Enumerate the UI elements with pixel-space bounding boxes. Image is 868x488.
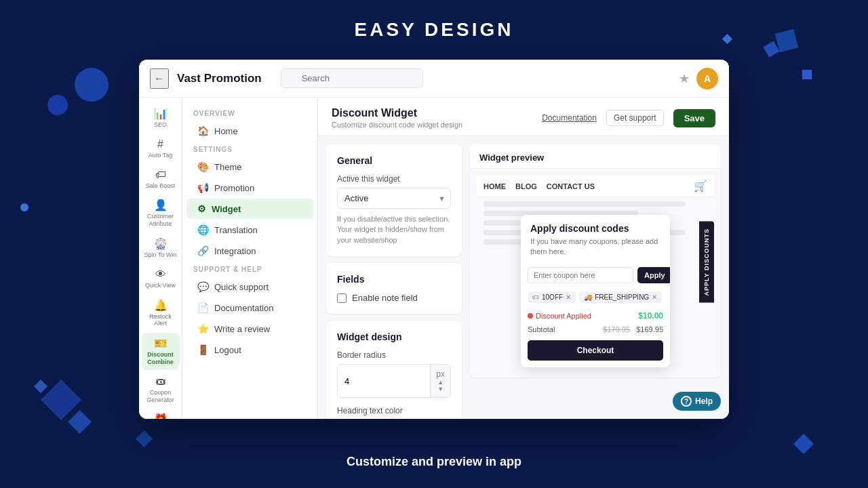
sidebar-item-widget[interactable]: ⚙ Widget [186, 199, 313, 219]
gem-decoration [136, 430, 153, 447]
save-button[interactable]: Save [673, 109, 715, 127]
nav-contact: CONTACT US [547, 182, 595, 190]
sidebar-icon-quick-view[interactable]: 👁 Quick View [142, 264, 180, 293]
coupon-generator-label: Coupon Generator [144, 389, 177, 404]
topbar-right: ★ A [679, 68, 718, 89]
topbar: ← Vast Promotion 🔍 ★ A [139, 60, 729, 98]
auto-tag-label: Auto Tag [149, 152, 172, 159]
browser-nav-links: HOME BLOG CONTACT US [484, 182, 595, 190]
get-support-button[interactable]: Get support [606, 110, 664, 126]
gem-decoration [34, 380, 47, 393]
heading-color-label: Heading text color [337, 406, 451, 415]
cart-icon[interactable]: 🛒 [694, 180, 707, 192]
enable-note-field-label: Enable note field [352, 293, 418, 303]
coupon-tags: 🏷 10OFF ✕ 🚚 FREE_SHIPPING ✕ [521, 289, 670, 308]
integration-label: Integration [214, 246, 256, 256]
logout-label: Logout [214, 345, 241, 355]
theme-icon: 🎨 [197, 161, 209, 172]
sidebar-item-promotion[interactable]: 📢 Promotion [186, 178, 313, 198]
app-window: ← Vast Promotion 🔍 ★ A 📊 SEO # Auto Tag … [139, 60, 729, 419]
apply-discounts-tab[interactable]: APPLY DISCOUNTS [699, 222, 714, 303]
help-button[interactable]: ? Help [673, 392, 721, 411]
coupon-tag-10off: 🏷 10OFF ✕ [528, 291, 576, 303]
sidebar-item-home[interactable]: 🏠 Home [186, 121, 313, 141]
widget-label: Widget [212, 204, 241, 214]
border-radius-input[interactable] [338, 371, 430, 391]
sidebar-item-quick-support[interactable]: 💬 Quick support [186, 277, 313, 297]
spinner-up[interactable]: ▲ [436, 380, 445, 386]
apply-button[interactable]: Apply [637, 267, 670, 283]
page-bg-title: EASY DESIGN [355, 19, 514, 41]
discount-applied-label: Discount Applied [528, 312, 591, 320]
general-card-title: General [337, 155, 451, 166]
sidebar-icon-coupon-generator[interactable]: 🎟 Coupon Generator [142, 371, 180, 408]
sidebar-icon-restock-alert[interactable]: 🔔 Restock Alert [142, 295, 180, 332]
sidebar-icon-auto-tag[interactable]: # Auto Tag [142, 134, 180, 163]
sidebar-item-logout[interactable]: 🚪 Logout [186, 340, 313, 360]
discount-amount: $10.00 [638, 311, 663, 321]
tag-icon: 🏷 [532, 293, 539, 301]
sidebar-item-theme[interactable]: 🎨 Theme [186, 157, 313, 177]
sidebar-icon-seo[interactable]: 📊 SEO [142, 103, 180, 133]
content-header-right: Documentation Get support Save [542, 109, 715, 127]
unit-badge: px ▲ ▼ [430, 365, 450, 397]
subtotal-original: $179.95 [603, 325, 630, 333]
search-input[interactable] [281, 68, 423, 88]
sidebar-icon-sale-boost[interactable]: 🏷 Sale Boost [142, 165, 180, 194]
spin-to-win-icon: 🎡 [154, 237, 167, 250]
content-body: General Active this widget Active Inacti… [318, 136, 729, 419]
tag-close-button[interactable]: ✕ [566, 293, 571, 301]
subtotal-row: Subtotal $179.95 $169.95 [521, 323, 670, 338]
browser-nav: HOME BLOG CONTACT US 🛒 [477, 176, 714, 197]
enable-note-field-checkbox[interactable] [337, 293, 347, 303]
fake-content-line [484, 201, 686, 207]
sidebar-icons: 📊 SEO # Auto Tag 🏷 Sale Boost 👤 Customer… [139, 98, 182, 419]
coupon-tag-free-shipping: 🚚 FREE_SHIPPING ✕ [579, 291, 662, 303]
browser-content: Apply discount codes If you have many co… [477, 201, 714, 371]
page-bg-footer: Customize and preview in app [347, 455, 521, 469]
sidebar-icon-loyalty[interactable]: 🎁 Loyalty [142, 409, 180, 419]
documentation-link[interactable]: Documentation [542, 113, 597, 123]
write-review-label: Write a review [214, 324, 270, 334]
preview-browser: HOME BLOG CONTACT US 🛒 [470, 169, 721, 378]
preview-card: Widget preview HOME BLOG CONTACT US 🛒 [470, 144, 721, 378]
tag-icon-shipping: 🚚 [584, 293, 592, 301]
logout-icon: 🚪 [197, 344, 209, 355]
sidebar-item-integration[interactable]: 🔗 Integration [186, 241, 313, 261]
discount-modal: Apply discount codes If you have many co… [521, 215, 670, 367]
enable-note-field-row[interactable]: Enable note field [337, 293, 451, 303]
gem-sphere [75, 68, 108, 102]
content-header-left: Discount Widget Customize discount code … [332, 107, 462, 129]
user-avatar[interactable]: A [696, 68, 718, 89]
favorite-button[interactable]: ★ [679, 71, 690, 86]
restock-alert-label: Restock Alert [144, 313, 177, 328]
promotion-icon: 📢 [197, 182, 209, 193]
fields-card-title: Fields [337, 274, 451, 285]
active-widget-select[interactable]: Active Inactive [337, 188, 451, 209]
sidebar-icon-customer-attribute[interactable]: 👤 Customer Attribute [142, 195, 180, 232]
border-radius-input-wrap: px ▲ ▼ [337, 364, 451, 398]
app-body: 📊 SEO # Auto Tag 🏷 Sale Boost 👤 Customer… [139, 98, 729, 419]
preview-title: Widget preview [470, 144, 721, 169]
sidebar-icon-spin-to-win[interactable]: 🎡 Spin To Win [142, 233, 180, 263]
coupon-input[interactable] [528, 267, 633, 283]
integration-icon: 🔗 [197, 245, 209, 256]
seo-icon: 📊 [154, 107, 167, 120]
sidebar-item-translation[interactable]: 🌐 Translation [186, 220, 313, 240]
sidebar-item-write-review[interactable]: ⭐ Write a review [186, 319, 313, 339]
tag-label-shipping: FREE_SHIPPING [595, 293, 649, 301]
checkout-button[interactable]: Checkout [528, 340, 663, 361]
subtotal-label: Subtotal [528, 325, 555, 333]
spinner-down[interactable]: ▼ [436, 386, 445, 392]
translation-label: Translation [214, 225, 258, 235]
back-button[interactable]: ← [150, 68, 169, 89]
quick-support-label: Quick support [214, 282, 269, 292]
fields-card: Fields Enable note field [326, 263, 462, 314]
active-widget-label: Active this widget [337, 174, 451, 184]
tag-close-shipping-button[interactable]: ✕ [652, 293, 657, 301]
sidebar-item-documentation[interactable]: 📄 Documentation [186, 298, 313, 318]
documentation-label: Documentation [214, 303, 273, 313]
sidebar-icon-discount-combine[interactable]: 🎫 Discount Combine [142, 333, 180, 370]
quick-view-icon: 👁 [155, 268, 166, 281]
promotion-label: Promotion [214, 183, 254, 193]
